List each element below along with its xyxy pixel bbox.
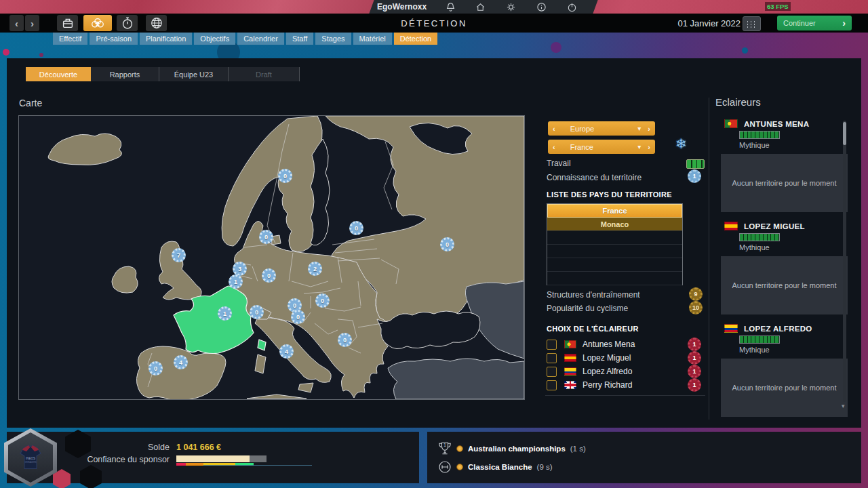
- scouts-panel: Eclaireurs ANTUNES MENA Mythique Aucun t…: [714, 96, 850, 426]
- svg-text:1: 1: [443, 443, 446, 447]
- scout-option-row[interactable]: Lopez Miguel: [547, 352, 631, 363]
- work-level-indicator: [686, 159, 705, 169]
- tab-materiel[interactable]: Matériel: [353, 32, 392, 45]
- next-continent-arrow[interactable]: ›: [648, 125, 650, 133]
- deco-dot: [3, 49, 9, 56]
- map-badge-sweden[interactable]: 0: [278, 169, 292, 183]
- map-badge-poland[interactable]: 2: [308, 262, 322, 276]
- map-badge-switzerland[interactable]: 0: [250, 305, 264, 319]
- scout-name: Lopez Miguel: [583, 353, 631, 363]
- jersey-icon: INEOS GRENADIERS: [14, 443, 47, 472]
- country-selector[interactable]: ‹ France ▾ ›: [548, 140, 655, 154]
- home-icon[interactable]: [475, 1, 486, 13]
- divider: [709, 98, 709, 420]
- tab-detection[interactable]: Détection: [394, 32, 437, 45]
- sponsor-confidence-fill: [176, 455, 250, 462]
- scout-option-row[interactable]: Antunes Mena: [547, 339, 635, 350]
- chevron-down-icon[interactable]: ▾: [637, 143, 641, 150]
- map-badge-italy[interactable]: 4: [279, 344, 294, 359]
- scout-option-row[interactable]: Perry Richard: [547, 380, 632, 390]
- nav-bar: ‹ › DÉTECTION 01 Janvier 2022 Continuer …: [0, 14, 868, 33]
- flag-spain-icon: [724, 222, 738, 230]
- country-turkey[interactable]: [388, 359, 524, 399]
- country-list-header: LISTE DES PAYS DU TERRITOIRE: [547, 190, 672, 199]
- map-badge-denmark[interactable]: 0: [259, 230, 273, 244]
- info-icon[interactable]: [536, 1, 547, 13]
- subtab-draft[interactable]: Draft: [229, 67, 300, 81]
- map-badge-portugal[interactable]: 0: [149, 361, 163, 375]
- scout-count-badge: 1: [688, 378, 701, 392]
- deco-dot: [742, 47, 748, 54]
- team-jersey-inner: INEOS GRENADIERS: [8, 432, 53, 483]
- map-badge-germany[interactable]: 0: [262, 268, 276, 283]
- scout-count-badge: 1: [688, 338, 701, 351]
- map-badge-slovenia[interactable]: 0: [291, 310, 305, 324]
- knowledge-badge: 1: [688, 169, 701, 183]
- flag-spain-icon: [564, 354, 576, 362]
- scout-option-row[interactable]: Lopez Alfredo: [547, 366, 632, 377]
- map-badge-russia[interactable]: 0: [440, 237, 454, 251]
- balance-value: 1 041 666 €: [176, 443, 221, 452]
- country-norway-sweden[interactable]: [222, 116, 323, 251]
- country-ireland[interactable]: [112, 266, 138, 293]
- scout-card[interactable]: LOPEZ ALFREDO Mythique Aucun territoire …: [714, 323, 850, 417]
- tab-stages[interactable]: Stages: [315, 32, 351, 45]
- tab-pre-saison[interactable]: Pré-saison: [90, 32, 138, 45]
- map-badge-slovakia[interactable]: 0: [315, 293, 330, 308]
- tab-planification[interactable]: Planification: [140, 32, 192, 45]
- scroll-down-icon[interactable]: ▾: [842, 403, 845, 409]
- event-row[interactable]: 1 Australian championships (1 s): [438, 441, 586, 456]
- continue-button[interactable]: Continuer ›: [777, 16, 852, 30]
- island-sardinia[interactable]: [255, 354, 266, 373]
- prev-continent-arrow[interactable]: ‹: [553, 125, 555, 133]
- map-badge-latvia[interactable]: 0: [349, 221, 363, 235]
- map-badge-united-kingdom[interactable]: 7: [172, 248, 186, 262]
- map-badge-serbia[interactable]: 0: [338, 333, 352, 347]
- scout-card[interactable]: LOPEZ MIGUEL Mythique Aucun territoire p…: [714, 221, 850, 314]
- island-corsica[interactable]: [258, 340, 266, 350]
- scrollbar[interactable]: [843, 121, 846, 402]
- territory-options: ‹ Europe ▾ › ❄ ‹ France ▾ › Travail Conn…: [536, 118, 709, 401]
- subtab-decouverte[interactable]: Découverte: [26, 67, 91, 81]
- europe-map[interactable]: 0 0 0 0 7 3 1 0 2 0 0 0 0 1 0 4 4 0: [18, 115, 525, 400]
- flag-colombia-icon: [564, 367, 576, 375]
- subtab-equipe-u23[interactable]: Équipe U23: [159, 67, 229, 81]
- scout-checkbox[interactable]: [547, 367, 557, 377]
- map-badge-belgium[interactable]: 1: [229, 274, 243, 289]
- gear-icon[interactable]: [505, 1, 517, 13]
- country-row-france[interactable]: France: [547, 204, 682, 218]
- event-detail: (1 s): [570, 445, 586, 453]
- scrollbar-thumb[interactable]: [843, 122, 846, 145]
- scout-checkbox[interactable]: [547, 380, 557, 390]
- continent-selector[interactable]: ‹ Europe ▾ ›: [548, 121, 655, 136]
- scout-choice-header: CHOIX DE L'ÉCLAIREUR: [547, 325, 639, 333]
- subtab-rapports[interactable]: Rapports: [91, 67, 159, 81]
- status-bar: EgoWernoxx 63 FPS: [0, 0, 868, 14]
- tab-calendrier[interactable]: Calendrier: [237, 32, 284, 45]
- country-row-monaco[interactable]: Monaco: [547, 218, 682, 231]
- island-sicily[interactable]: [298, 383, 313, 392]
- scout-card[interactable]: ANTUNES MENA Mythique Aucun territoire p…: [714, 119, 850, 212]
- scout-territory-box: Aucun territoire pour le moment: [721, 256, 848, 314]
- scout-count-badge: 1: [688, 351, 701, 365]
- country-iceland[interactable]: [48, 134, 122, 165]
- bell-icon[interactable]: [445, 1, 456, 13]
- scout-territory-box: Aucun territoire pour le moment: [721, 154, 848, 212]
- scout-checkbox[interactable]: [547, 340, 557, 350]
- power-icon[interactable]: [566, 1, 578, 13]
- calendar-icon[interactable]: [743, 16, 761, 31]
- tab-objectifs[interactable]: Objectifs: [194, 32, 235, 45]
- map-badge-france[interactable]: 1: [218, 306, 232, 321]
- tab-effectif[interactable]: Effectif: [53, 32, 87, 45]
- tab-staff[interactable]: Staff: [286, 32, 313, 45]
- event-row[interactable]: Classica Bianche (9 s): [438, 460, 553, 474]
- map-badge-spain[interactable]: 4: [174, 355, 188, 369]
- map-badge-netherlands[interactable]: 3: [233, 262, 247, 276]
- prev-country-arrow[interactable]: ‹: [553, 143, 555, 151]
- country-row-empty: [547, 231, 682, 245]
- scout-checkbox[interactable]: [547, 353, 557, 363]
- event-dot-icon: [456, 445, 463, 452]
- scout-rating-bar: [739, 233, 780, 241]
- chevron-down-icon[interactable]: ▾: [637, 125, 641, 132]
- next-country-arrow[interactable]: ›: [648, 143, 650, 151]
